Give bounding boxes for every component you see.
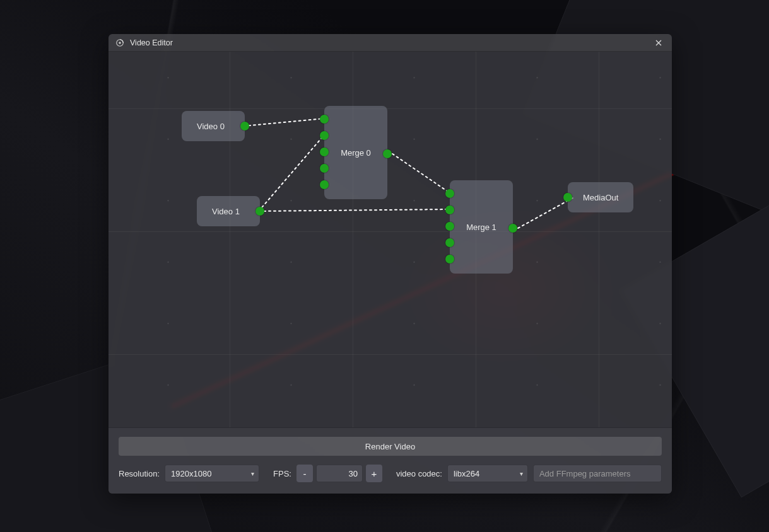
node-media-out[interactable]: MediaOut bbox=[568, 182, 633, 212]
fps-label: FPS: bbox=[273, 469, 291, 478]
node-label: Video 0 bbox=[197, 122, 225, 131]
footer-panel: Render Video Resolution: 1920x1080 FPS: … bbox=[109, 427, 672, 494]
edges-layer bbox=[109, 52, 672, 411]
node-label: Merge 1 bbox=[466, 223, 496, 232]
port-out[interactable] bbox=[255, 207, 264, 216]
node-video-0[interactable]: Video 0 bbox=[182, 111, 245, 141]
node-label: MediaOut bbox=[583, 193, 618, 202]
svg-point-1 bbox=[119, 42, 121, 44]
port-in-4[interactable] bbox=[320, 180, 329, 189]
app-icon bbox=[115, 38, 125, 48]
fps-plus-button[interactable]: + bbox=[366, 465, 382, 482]
port-in-4[interactable] bbox=[445, 255, 454, 263]
fps-input[interactable] bbox=[316, 465, 363, 482]
node-label: Merge 0 bbox=[341, 148, 371, 158]
resolution-select[interactable]: 1920x1080 bbox=[165, 465, 259, 482]
node-video-1[interactable]: Video 1 bbox=[197, 196, 260, 226]
port-in-1[interactable] bbox=[445, 205, 454, 214]
codec-label: video codec: bbox=[396, 469, 442, 478]
port-in-1[interactable] bbox=[320, 131, 329, 140]
fps-minus-button[interactable]: - bbox=[296, 465, 313, 482]
titlebar[interactable]: Video Editor bbox=[109, 34, 672, 52]
resolution-label: Resolution: bbox=[119, 469, 160, 478]
port-in-0[interactable] bbox=[320, 115, 329, 124]
close-button[interactable] bbox=[652, 36, 666, 50]
codec-select[interactable]: libx264 bbox=[447, 465, 528, 482]
ffmpeg-params-input[interactable] bbox=[533, 465, 662, 482]
video-editor-window: Video Editor Video 0 Video 1 bbox=[109, 34, 672, 494]
resolution-value: 1920x1080 bbox=[171, 469, 211, 478]
port-in-2[interactable] bbox=[320, 147, 329, 156]
port-in-0[interactable] bbox=[445, 189, 454, 198]
port-in-2[interactable] bbox=[445, 222, 454, 231]
port-in[interactable] bbox=[563, 193, 572, 202]
port-out[interactable] bbox=[383, 149, 392, 158]
node-label: Video 1 bbox=[212, 207, 240, 216]
port-in-3[interactable] bbox=[445, 238, 454, 247]
port-out[interactable] bbox=[240, 122, 249, 130]
node-merge-0[interactable]: Merge 0 bbox=[324, 106, 387, 199]
node-merge-1[interactable]: Merge 1 bbox=[450, 180, 513, 274]
render-video-button[interactable]: Render Video bbox=[119, 437, 662, 456]
node-canvas[interactable]: Video 0 Video 1 Merge 0 Merge 1 bbox=[109, 52, 672, 427]
window-title: Video Editor bbox=[130, 38, 652, 47]
port-out[interactable] bbox=[508, 224, 517, 233]
codec-value: libx264 bbox=[454, 469, 479, 478]
fps-stepper: - + bbox=[296, 465, 382, 482]
port-in-3[interactable] bbox=[320, 164, 329, 173]
